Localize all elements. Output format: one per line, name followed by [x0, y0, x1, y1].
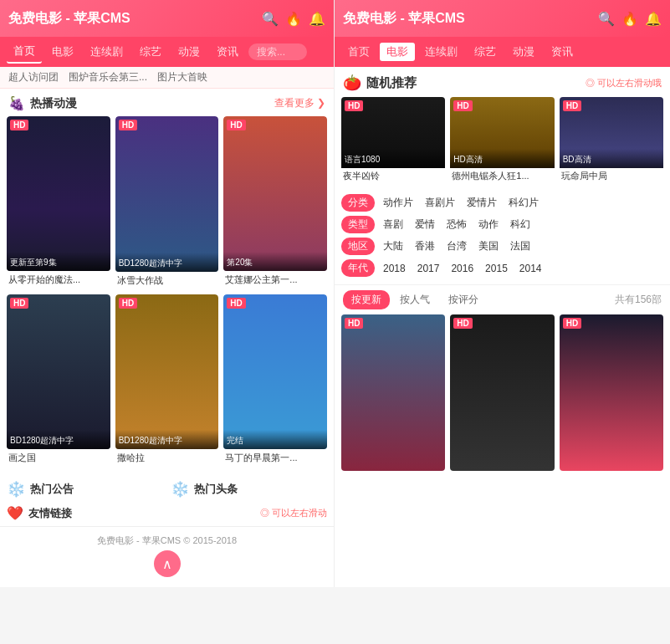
search-icon[interactable]: 🔍 [262, 11, 279, 27]
anime-overlay-2: BD1280超清中字 [115, 253, 219, 272]
heart-icon: ❤️ [7, 505, 23, 521]
filter-region-1[interactable]: 香港 [412, 238, 438, 254]
filter-year-3[interactable]: 2015 [482, 262, 511, 275]
anime-overlay-text-5: BD1280超清中字 [119, 436, 182, 445]
random-title: 🍅 随机推荐 [343, 74, 417, 92]
filter-year-2[interactable]: 2016 [448, 262, 477, 275]
filter-region-label: 地区 [341, 238, 375, 255]
filter-type-row: 类型 喜剧 爱情 恐怖 动作 科幻 [341, 216, 663, 233]
anime-section-header: 🍇 热播动漫 查看更多 ❯ [0, 89, 334, 116]
bottom-movie-row: HD HD HD [335, 314, 670, 478]
scroll-item-2[interactable]: 围炉音乐会第三... [69, 70, 147, 84]
anime-overlay-text-1: 更新至第9集 [10, 258, 57, 267]
sort-tab-rating[interactable]: 按评分 [440, 290, 487, 309]
total-count: 共有156部 [615, 293, 662, 307]
filter-category-label: 分类 [341, 194, 375, 212]
left-search-input[interactable] [248, 43, 307, 60]
hd-badge-5: HD [119, 298, 137, 309]
anime-title-2: 冰雪大作战 [115, 272, 219, 289]
anime-title-4: 画之国 [7, 449, 110, 467]
random-card-1[interactable]: HD 语言1080 夜半凶铃 [341, 97, 445, 184]
random-overlay-text-2: HD高清 [453, 155, 482, 164]
anime-card-5[interactable]: HD BD1280超清中字 撒哈拉 [115, 294, 219, 468]
right-bell-icon[interactable]: 🔔 [645, 11, 662, 27]
anime-card-1[interactable]: HD 更新至第9集 从零开始的魔法... [7, 116, 110, 289]
filter-type-3[interactable]: 动作 [475, 217, 502, 233]
anime-grid: HD 更新至第9集 从零开始的魔法... HD BD1280超清中字 冰雪大作战… [0, 116, 334, 473]
filter-type-label: 类型 [341, 216, 375, 233]
sort-tab-update[interactable]: 按更新 [343, 290, 390, 309]
filter-category-0[interactable]: 动作片 [380, 195, 417, 211]
nav-item-variety[interactable]: 综艺 [133, 41, 168, 63]
filter-year-1[interactable]: 2017 [414, 262, 443, 275]
anime-title-text: 热播动漫 [30, 96, 77, 111]
random-title-2: 德州电锯杀人狂1... [450, 168, 554, 184]
sort-tab-popular[interactable]: 按人气 [391, 290, 438, 309]
filter-category-2[interactable]: 爱情片 [463, 195, 500, 211]
scroll-item-3[interactable]: 图片大首映 [157, 70, 207, 84]
right-nav-home[interactable]: 首页 [341, 41, 376, 63]
nav-item-anime[interactable]: 动漫 [171, 41, 207, 63]
right-nav: 首页 电影 连续剧 综艺 动漫 资讯 [335, 37, 670, 67]
nav-item-movie[interactable]: 电影 [45, 41, 80, 63]
random-thumb-1: HD 语言1080 [341, 97, 445, 168]
filter-category-1[interactable]: 喜剧片 [422, 195, 458, 211]
anime-overlay-5: BD1280超清中字 [115, 430, 219, 449]
anime-thumb-6: HD 完结 [223, 294, 327, 449]
random-section-header: 🍅 随机推荐 ◎ 可以左右滑动哦 [335, 67, 670, 97]
anime-card-3[interactable]: HD 第20集 艾莲娜公主第一... [223, 116, 327, 289]
anime-title-1: 从零开始的魔法... [7, 271, 110, 289]
random-card-2[interactable]: HD HD高清 德州电锯杀人狂1... [450, 97, 554, 184]
filter-region-3[interactable]: 美国 [475, 238, 502, 254]
hd-badge-4: HD [10, 298, 28, 309]
nav-item-series[interactable]: 连续剧 [84, 41, 130, 63]
filter-region-row: 地区 大陆 香港 台湾 美国 法国 [341, 238, 663, 255]
random-title-1: 夜半凶铃 [341, 168, 445, 184]
fire-icon[interactable]: 🔥 [285, 11, 302, 27]
filter-region-4[interactable]: 法国 [507, 238, 534, 254]
sort-section: 按更新 按人气 按评分 共有156部 [335, 284, 670, 314]
right-nav-variety[interactable]: 综艺 [468, 41, 503, 63]
anime-more-btn[interactable]: 查看更多 ❯ [274, 96, 325, 110]
anime-overlay-1: 更新至第9集 [7, 252, 110, 271]
filter-type-0[interactable]: 喜剧 [380, 217, 407, 233]
bottom-thumb-2: HD [450, 314, 554, 470]
random-hd-3: HD [563, 100, 581, 111]
filter-year-0[interactable]: 2018 [380, 262, 409, 275]
filter-type-1[interactable]: 爱情 [412, 217, 438, 233]
scroll-up-button[interactable]: ∧ [154, 550, 181, 577]
tomato-icon: 🍅 [343, 74, 361, 92]
right-fire-icon[interactable]: 🔥 [621, 11, 638, 27]
right-title: 免费电影 - 苹果CMS [343, 10, 465, 28]
filter-type-4[interactable]: 科幻 [507, 217, 534, 233]
bottom-card-1[interactable]: HD [341, 314, 445, 471]
random-card-3[interactable]: HD BD高清 玩命局中局 [560, 97, 663, 184]
anime-card-6[interactable]: HD 完结 马丁的早晨第一... [223, 294, 327, 468]
filter-year-4[interactable]: 2014 [516, 262, 545, 275]
anime-thumb-1: HD 更新至第9集 [7, 116, 110, 271]
right-search-icon[interactable]: 🔍 [598, 11, 615, 27]
anime-card-2[interactable]: HD BD1280超清中字 冰雪大作战 [115, 116, 219, 289]
nav-item-home[interactable]: 首页 [7, 40, 42, 64]
scroll-item-1[interactable]: 超人访问团 [8, 70, 59, 84]
right-nav-movie[interactable]: 电影 [380, 43, 415, 61]
bottom-card-3[interactable]: HD [560, 314, 663, 471]
anime-thumb-2: HD BD1280超清中字 [115, 116, 219, 272]
right-nav-series[interactable]: 连续剧 [418, 41, 464, 63]
hd-badge-1: HD [10, 120, 28, 130]
nav-item-news[interactable]: 资讯 [210, 41, 245, 63]
filter-type-2[interactable]: 恐怖 [443, 217, 470, 233]
anime-card-4[interactable]: HD BD1280超清中字 画之国 [7, 294, 110, 468]
random-hd-1: HD [345, 100, 363, 111]
bottom-thumb-1: HD [341, 314, 445, 470]
filter-region-2[interactable]: 台湾 [443, 238, 470, 254]
anime-thumb-3: HD 第20集 [223, 116, 327, 271]
hot-news-icon: ❄️ [171, 480, 189, 498]
right-nav-news[interactable]: 资讯 [545, 41, 580, 63]
right-nav-anime[interactable]: 动漫 [506, 41, 541, 63]
anime-overlay-4: BD1280超清中字 [7, 430, 110, 449]
bottom-card-2[interactable]: HD [450, 314, 554, 471]
filter-region-0[interactable]: 大陆 [380, 238, 407, 254]
bell-icon[interactable]: 🔔 [309, 11, 325, 27]
filter-category-3[interactable]: 科幻片 [505, 195, 542, 211]
